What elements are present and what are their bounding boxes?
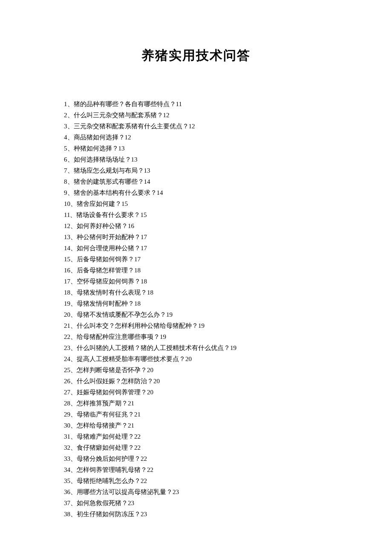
toc-entry-number: 3 [64,123,67,130]
document-title: 养猪实用技术问答 [64,47,328,64]
toc-entry: 14、如何合理使用种公猪？17 [64,243,328,254]
toc-entry: 1、猪的品种有哪些？各自有哪些特点？11 [64,98,328,110]
toc-entry-separator: 、 [70,223,77,229]
toc-entry-separator: 、 [70,245,77,251]
toc-entry: 32、食仔猪癖如何处理？22 [64,442,328,453]
toc-entry-number: 19 [64,300,70,307]
toc-entry-text: 食仔猪癖如何处理？ [77,444,134,451]
toc-entry-page: 20 [147,367,153,373]
toc-entry-text: 如何合理使用种公猪？ [77,245,141,251]
toc-entry-page: 18 [147,289,153,296]
toc-entry-page: 12 [189,123,195,130]
toc-entry-text: 商品猪如何选择？ [74,134,125,141]
toc-entry-page: 22 [141,455,147,462]
toc-entry: 25、怎样判断母猪是否怀孕？20 [64,364,328,376]
toc-entry-text: 什么叫猪的人工授精？猪的人工授精技术有什么优点？ [77,344,230,351]
toc-entry-separator: 、 [70,455,77,462]
toc-entry-text: 种公猪何时开始配种？ [77,234,141,240]
toc-entry-text: 后备母猪如何饲养？ [77,256,134,263]
toc-entry-text: 怎样给母猪接产？ [77,422,128,429]
toc-entry: 3、三元杂交猪和配套系猪有什么主要优点？12 [64,121,328,132]
toc-entry-number: 5 [64,145,67,152]
toc-entry-separator: 、 [70,344,77,351]
toc-entry: 20、母猪不发情或屡配不孕怎么办？19 [64,309,328,320]
toc-entry-separator: 、 [70,378,77,384]
toc-entry: 11、猪场设备有什么要求？15 [64,209,328,220]
toc-entry-text: 猪舍应如何建？ [77,200,121,207]
toc-entry-separator: 、 [70,422,77,429]
toc-entry-page: 14 [144,178,150,185]
toc-entry: 35、母猪拒绝哺乳怎么办？22 [64,475,328,486]
toc-entry-number: 12 [64,223,70,229]
table-of-contents: 1、猪的品种有哪些？各自有哪些特点？112、什么叫三元杂交猪与配套系猪？123、… [64,98,328,520]
toc-entry-number: 32 [64,444,70,451]
toc-entry-text: 怎样推算预产期？ [77,400,128,407]
toc-entry-number: 26 [64,378,70,384]
toc-entry-separator: 、 [70,367,77,373]
toc-entry: 6、如何选择猪场场址？13 [64,154,328,165]
toc-entry-separator: 、 [70,234,77,240]
toc-entry-number: 2 [64,112,67,119]
toc-entry: 16、后备母猪怎样管理？18 [64,265,328,276]
toc-entry-number: 27 [64,389,70,396]
toc-entry-number: 15 [64,256,70,263]
toc-entry-page: 23 [173,489,179,495]
toc-entry-text: 怎样饲养管理哺乳母猪？ [77,466,147,473]
toc-entry-text: 空怀母猪应如何饲养？ [77,278,141,285]
toc-entry-number: 28 [64,400,70,407]
toc-entry-number: 8 [64,178,67,185]
toc-entry-page: 21 [134,411,141,418]
toc-entry-text: 如何选择猪场场址？ [74,156,131,163]
toc-entry-separator: 、 [67,167,74,174]
toc-entry-number: 9 [64,189,67,196]
toc-entry: 28、怎样推算预产期？21 [64,398,328,409]
document-page: 养猪实用技术问答 1、猪的品种有哪些？各自有哪些特点？112、什么叫三元杂交猪与… [0,0,392,545]
toc-entry-page: 16 [128,223,134,229]
toc-entry-text: 什么叫假妊娠？怎样防治？ [77,378,153,384]
toc-entry: 4、商品猪如何选择？12 [64,132,328,143]
toc-entry-number: 20 [64,311,70,318]
toc-entry-separator: 、 [67,134,74,141]
toc-entry-separator: 、 [70,333,77,340]
toc-entry-text: 猪场应怎么规划与布局？ [74,167,144,174]
toc-entry-separator: 、 [67,156,74,163]
toc-entry-page: 22 [147,466,153,473]
toc-entry: 9、猪舍的基本结构有什么要求？14 [64,187,328,198]
toc-entry: 2、什么叫三元杂交猪与配套系猪？12 [64,110,328,121]
toc-entry-number: 18 [64,289,70,296]
toc-entry-number: 33 [64,455,70,462]
toc-entry-page: 18 [141,278,147,285]
toc-entry-number: 37 [64,500,70,506]
toc-entry-page: 22 [141,477,147,484]
toc-entry-separator: 、 [70,300,77,307]
toc-entry-text: 猪舍的基本结构有什么要求？ [74,189,157,196]
toc-entry-separator: 、 [67,112,74,119]
toc-entry-text: 母猪拒绝哺乳怎么办？ [77,477,141,484]
toc-entry-page: 18 [134,267,141,274]
toc-entry-page: 14 [157,189,163,196]
toc-entry-page: 20 [147,389,153,396]
toc-entry-separator: 、 [70,256,77,263]
toc-entry-separator: 、 [67,189,74,196]
toc-entry-page: 23 [141,511,147,517]
toc-entry: 38、初生仔猪如何防冻压？23 [64,509,328,520]
toc-entry-text: 什么叫三元杂交猪与配套系猪？ [74,112,163,119]
toc-entry: 13、种公猪何时开始配种？17 [64,231,328,243]
toc-entry-page: 15 [140,211,147,218]
toc-entry: 24、提高人工授精受胎率有哪些技术要点？20 [64,353,328,364]
toc-entry-page: 12 [125,134,131,141]
toc-entry-page: 17 [141,234,147,240]
toc-entry-number: 22 [64,333,70,340]
toc-entry: 19、母猪发情何时配种？18 [64,298,328,309]
toc-entry-separator: 、 [70,356,77,362]
toc-entry-page: 21 [128,422,134,429]
toc-entry-text: 后备母猪怎样管理？ [77,267,134,274]
toc-entry: 37、如何急救假死猪？23 [64,497,328,509]
toc-entry-number: 21 [64,322,70,329]
toc-entry-page: 13 [131,156,138,163]
toc-entry-page: 15 [121,200,128,207]
toc-entry-page: 19 [230,344,236,351]
toc-entry-text: 如何急救假死猪？ [77,500,128,506]
toc-entry-number: 35 [64,477,70,484]
toc-entry: 26、什么叫假妊娠？怎样防治？20 [64,376,328,387]
